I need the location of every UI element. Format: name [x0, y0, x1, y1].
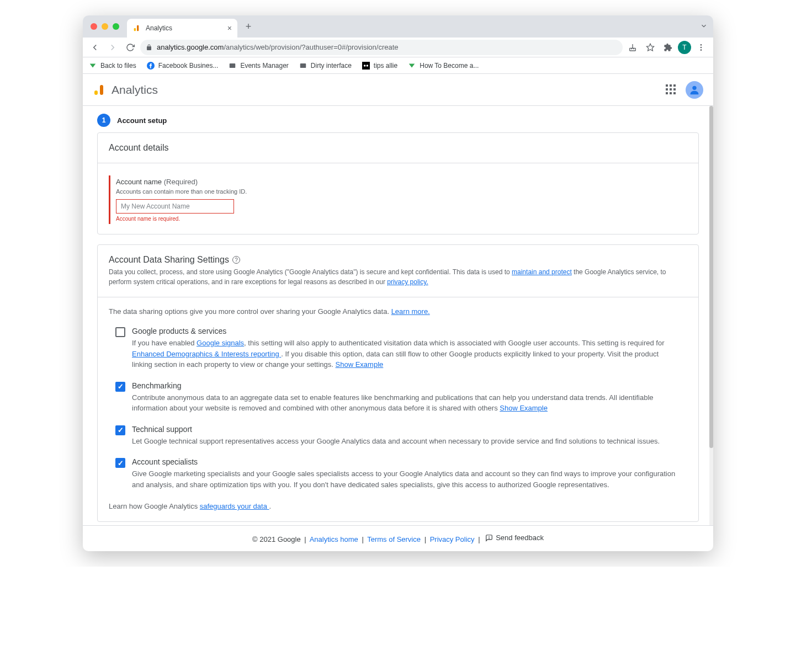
step-title: Account setup	[117, 116, 167, 125]
option-desc: Give Google marketing specialists and yo…	[132, 468, 681, 490]
svg-marker-3	[646, 44, 654, 51]
card-title: Account details	[109, 143, 687, 153]
svg-point-5	[701, 46, 702, 48]
sharing-option: Account specialists Give Google marketin…	[115, 457, 681, 490]
apps-grid-icon[interactable]	[666, 84, 677, 95]
back-button[interactable]	[87, 40, 103, 55]
bookmark-item[interactable]: Back to files	[88, 61, 136, 70]
svg-point-17	[489, 538, 490, 538]
footer: © 2021 Google | Analytics home | Terms o…	[83, 525, 713, 551]
show-example-link[interactable]: Show Example	[336, 360, 384, 369]
show-example-link[interactable]: Show Example	[500, 404, 548, 412]
footer-link[interactable]: Terms of Service	[367, 535, 421, 543]
bookmarks-bar: Back to files Facebook Busines... Events…	[83, 57, 713, 74]
svg-rect-0	[134, 28, 136, 31]
forward-button[interactable]	[105, 40, 120, 55]
svg-rect-9	[300, 63, 306, 67]
option-title: Benchmarking	[132, 381, 681, 390]
account-name-input[interactable]	[116, 199, 234, 214]
account-name-field: Account name (Required) Accounts can con…	[109, 175, 687, 224]
close-tab-icon[interactable]: ×	[227, 24, 232, 33]
folder-icon	[299, 61, 307, 70]
bookmark-item[interactable]: How To Become a...	[407, 61, 479, 70]
lock-icon	[146, 44, 152, 51]
privacy-policy-link[interactable]: privacy policy.	[387, 278, 428, 286]
checkbox-benchmarking[interactable]	[115, 382, 125, 392]
close-window-icon[interactable]	[91, 23, 97, 30]
svg-rect-8	[230, 63, 236, 67]
safeguards-text: Learn how Google Analytics safeguards yo…	[109, 502, 687, 510]
browser-toolbar: analytics.google.com/analytics/web/provi…	[83, 38, 713, 57]
checkbox-technical-support[interactable]	[115, 425, 125, 435]
minimize-window-icon[interactable]	[102, 23, 108, 30]
svg-rect-2	[630, 48, 636, 51]
google-signals-link[interactable]: Google signals	[197, 339, 244, 347]
app-title: Analytics	[112, 83, 158, 97]
bookmark-item[interactable]: tips allie	[362, 61, 397, 70]
user-avatar[interactable]	[686, 81, 703, 99]
tabs-dropdown-icon[interactable]	[700, 22, 708, 31]
analytics-favicon-icon	[132, 24, 141, 33]
address-bar[interactable]: analytics.google.com/analytics/web/provi…	[140, 40, 623, 55]
enhanced-demographics-link[interactable]: Enhanced Demographics & Interests report…	[132, 350, 281, 358]
scrollbar-thumb[interactable]	[709, 106, 713, 448]
sharing-option: Google products & services If you have e…	[115, 327, 681, 370]
options-intro: The data sharing options give you more c…	[109, 307, 687, 316]
safeguards-link[interactable]: safeguards your data	[200, 502, 269, 510]
svg-point-12	[366, 65, 368, 67]
sharing-option: Technical support Let Google technical s…	[115, 425, 681, 447]
sharing-option: Benchmarking Contribute anonymous data t…	[115, 381, 681, 414]
copyright: © 2021 Google	[252, 535, 301, 543]
learn-more-link[interactable]: Learn more.	[391, 307, 430, 316]
sharing-subtitle: Data you collect, process, and store usi…	[109, 267, 687, 287]
feedback-icon	[485, 534, 493, 542]
browser-tab[interactable]: Analytics ×	[127, 19, 237, 38]
bookmark-item[interactable]: Events Manager	[228, 61, 288, 70]
tab-title: Analytics	[146, 24, 223, 32]
sharing-title: Account Data Sharing Settings	[109, 255, 229, 265]
maximize-window-icon[interactable]	[113, 23, 119, 30]
kebab-menu-icon[interactable]	[693, 40, 709, 55]
checkbox-account-specialists[interactable]	[115, 458, 125, 468]
logo[interactable]: Analytics	[93, 83, 158, 97]
footer-link[interactable]: Privacy Policy	[430, 535, 475, 543]
svg-rect-10	[362, 62, 370, 70]
extensions-icon[interactable]	[660, 40, 676, 55]
svg-rect-13	[94, 90, 98, 95]
share-icon[interactable]	[625, 40, 640, 55]
field-help: Accounts can contain more than one track…	[116, 188, 687, 195]
facebook-icon	[146, 61, 155, 70]
titlebar: Analytics × +	[83, 15, 713, 38]
send-feedback-button[interactable]: Send feedback	[485, 534, 544, 542]
option-title: Google products & services	[132, 327, 681, 335]
maintain-protect-link[interactable]: maintain and protect	[512, 268, 572, 276]
checkbox-google-products[interactable]	[115, 327, 125, 337]
footer-link[interactable]: Analytics home	[310, 535, 358, 543]
bookmark-item[interactable]: Dirty interface	[299, 61, 352, 70]
svg-point-11	[364, 65, 366, 67]
option-title: Technical support	[132, 425, 681, 434]
bookmark-icon	[362, 61, 370, 70]
svg-point-15	[692, 86, 696, 89]
svg-point-6	[701, 49, 702, 51]
app-header: Analytics	[83, 74, 713, 106]
url-text: analytics.google.com/analytics/web/provi…	[157, 43, 399, 51]
bookmark-icon	[407, 61, 416, 70]
new-tab-button[interactable]: +	[241, 21, 256, 33]
content-area: 1 Account setup Account details Account …	[83, 106, 713, 525]
option-desc: If you have enabled Google signals, this…	[132, 338, 681, 370]
account-details-card: Account details Account name (Required) …	[97, 132, 699, 234]
step-header: 1 Account setup	[97, 106, 699, 132]
folder-icon	[228, 61, 237, 70]
profile-avatar[interactable]: T	[678, 41, 691, 54]
reload-button[interactable]	[123, 40, 138, 55]
field-label: Account name (Required)	[116, 178, 687, 186]
svg-rect-1	[137, 25, 139, 31]
bookmark-item[interactable]: Facebook Busines...	[146, 61, 219, 70]
browser-window: Analytics × + analytics.google.com/analy…	[83, 15, 713, 551]
scrollbar-track	[709, 106, 713, 525]
option-desc: Let Google technical support representat…	[132, 436, 681, 447]
option-desc: Contribute anonymous data to an aggregat…	[132, 392, 681, 414]
help-icon[interactable]: ?	[232, 256, 240, 264]
bookmark-star-icon[interactable]	[643, 40, 658, 55]
